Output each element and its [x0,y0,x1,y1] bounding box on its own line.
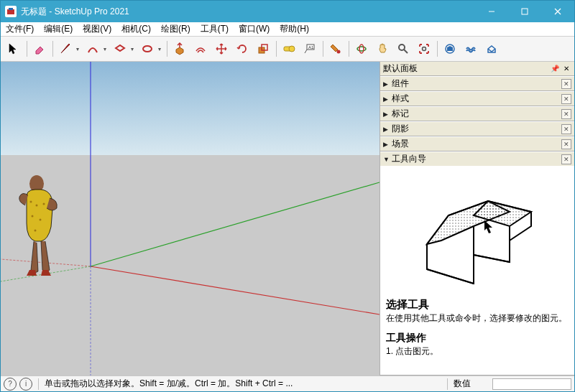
close-icon[interactable]: ✕ [561,124,571,134]
window-title: 无标题 - SketchUp Pro 2021 [21,6,475,18]
instructor-op-step: 1. 点击图元。 [386,345,569,358]
panel-header[interactable]: ▶阴影✕ [380,121,574,136]
extension-button[interactable] [461,39,481,59]
layout-button[interactable] [482,39,502,59]
close-icon[interactable]: ✕ [561,94,571,104]
close-icon[interactable]: ✕ [561,79,571,89]
svg-rect-3 [522,9,528,14]
zoom-extents-button[interactable] [414,39,434,59]
toolbar-separator [274,39,278,59]
menu-tools[interactable]: 工具(T) [196,22,234,37]
eraser-tool-button[interactable] [29,39,50,59]
help-icon[interactable]: ? [4,378,17,391]
arc-tool-button[interactable] [83,39,103,59]
svg-point-10 [289,46,295,52]
panel-shadows: ▶阴影✕ [380,121,574,136]
svg-rect-1 [9,8,13,10]
menu-view[interactable]: 视图(V) [78,22,116,37]
panel-header[interactable]: ▶样式✕ [380,91,574,106]
panel-header[interactable]: ▶场景✕ [380,136,574,151]
chevron-right-icon: ▶ [383,126,392,133]
instructor-illustration [386,170,569,294]
panel-components: ▶组件✕ [380,76,574,91]
svg-point-13 [337,50,341,54]
menu-window[interactable]: 窗口(W) [234,22,275,37]
text-tool-button[interactable]: A1 [300,39,320,59]
svg-point-15 [359,45,364,53]
window-controls [475,1,574,22]
status-value-input[interactable] [492,378,571,390]
panel-header[interactable]: ▼工具向导✕ [380,151,574,166]
svg-point-16 [399,45,405,50]
dropdown-icon[interactable]: ▾ [158,46,164,52]
dropdown-icon[interactable]: ▾ [131,46,137,52]
status-value-label: 数值 [454,378,489,390]
title-bar: 无标题 - SketchUp Pro 2021 [1,1,574,22]
svg-line-17 [404,50,408,53]
viewport-3d[interactable] [1,62,380,375]
close-button[interactable] [541,1,574,22]
dropdown-icon[interactable]: ▾ [76,46,82,52]
side-tray: 默认面板 📌 ✕ ▶组件✕ ▶样式✕ ▶标记✕ ▶阴影✕ ▶场景✕ ▼工具向导✕ [380,62,574,375]
offset-tool-button[interactable] [190,39,211,59]
menu-camera[interactable]: 相机(C) [116,22,156,37]
toolbar: ▾ ▾ ▾ ▾ A1 [1,37,574,62]
svg-rect-21 [1,155,380,375]
pushpull-tool-button[interactable] [170,39,190,59]
orbit-tool-button[interactable] [351,39,372,59]
pin-icon[interactable]: 📌 [550,64,560,74]
panel-header[interactable]: ▶组件✕ [380,76,574,90]
zoom-tool-button[interactable] [393,39,413,59]
paint-tool-button[interactable] [326,39,346,59]
maximize-button[interactable] [508,1,541,22]
app-icon [5,6,17,17]
tape-tool-button[interactable] [279,39,299,59]
scale-tool-button[interactable] [253,39,273,59]
chevron-right-icon: ▶ [383,95,392,103]
select-tool-button[interactable] [4,39,24,59]
chevron-right-icon: ▶ [383,80,392,88]
menu-edit[interactable]: 编辑(E) [39,22,78,37]
menu-file[interactable]: 文件(F) [1,22,39,37]
panel-tags: ▶标记✕ [380,106,574,121]
close-icon[interactable]: ✕ [561,139,571,149]
pan-tool-button[interactable] [372,39,392,59]
line-tool-button[interactable] [55,39,75,59]
toolbar-separator [435,39,439,59]
svg-text:A1: A1 [308,45,314,50]
info-icon[interactable]: i [19,378,32,391]
workspace: 默认面板 📌 ✕ ▶组件✕ ▶样式✕ ▶标记✕ ▶阴影✕ ▶场景✕ ▼工具向导✕ [1,62,574,375]
warehouse-button[interactable] [440,39,460,59]
move-tool-button[interactable] [211,39,231,59]
close-icon[interactable]: ✕ [561,154,571,164]
tray-header[interactable]: 默认面板 📌 ✕ [380,62,574,76]
toolbar-separator [50,39,55,59]
svg-point-33 [40,219,42,221]
svg-point-31 [43,203,45,205]
svg-point-29 [30,201,32,203]
panel-instructor: ▼工具向导✕ [380,151,574,375]
svg-point-34 [34,230,37,232]
toolbar-separator [165,39,169,59]
toolbar-separator [321,39,325,59]
minimize-button[interactable] [475,1,508,22]
svg-point-6 [143,46,152,52]
circle-tool-button[interactable] [137,39,157,59]
chevron-down-icon: ▼ [383,156,392,163]
menu-draw[interactable]: 绘图(R) [156,22,196,37]
dropdown-icon[interactable]: ▾ [104,46,109,52]
viewport-canvas [1,62,380,375]
toolbar-separator [24,39,29,59]
rectangle-tool-button[interactable] [110,39,130,59]
chevron-right-icon: ▶ [383,111,392,118]
panel-header[interactable]: ▶标记✕ [380,106,574,121]
instructor-content: 选择工具 在使用其他工具或命令时，选择要修改的图元。 工具操作 1. 点击图元。 [380,166,574,375]
close-icon[interactable]: ✕ [561,64,571,74]
instructor-tool-title: 选择工具 [386,298,569,312]
instructor-tool-desc: 在使用其他工具或命令时，选择要修改的图元。 [386,312,569,325]
svg-point-18 [423,47,426,51]
rotate-tool-button[interactable] [232,39,252,59]
status-bar: ? i 单击或拖动以选择对象。Shift = 加/减。Ctrl = 加。Shif… [1,375,574,391]
menu-help[interactable]: 帮助(H) [275,22,314,37]
close-icon[interactable]: ✕ [561,109,571,119]
